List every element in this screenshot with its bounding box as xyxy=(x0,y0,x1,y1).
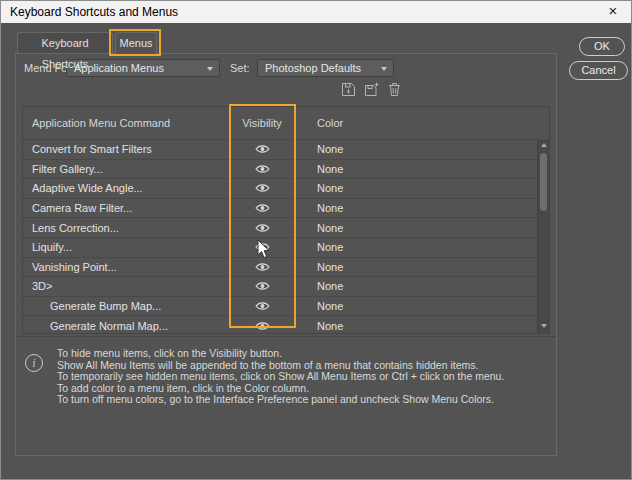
set-select[interactable]: Photoshop Defaults xyxy=(257,59,394,77)
visibility-toggle[interactable] xyxy=(229,183,295,193)
color-value[interactable]: None xyxy=(295,163,537,175)
command-label: Vanishing Point... xyxy=(23,261,229,273)
menu-command-row[interactable]: Generate Bump Map... None xyxy=(23,296,537,316)
chevron-down-icon xyxy=(381,67,387,71)
eye-icon xyxy=(255,223,270,233)
menus-panel: Menu For: Application Menus Set: Photosh… xyxy=(15,53,557,456)
info-line: To turn off menu colors, go to the Inter… xyxy=(57,394,546,406)
info-text: To hide menu items, click on the Visibil… xyxy=(57,348,546,406)
command-label: Liquify... xyxy=(23,241,229,253)
table-header-row: Application Menu Command Visibility Colo… xyxy=(23,107,537,139)
scrollbar-thumb[interactable] xyxy=(540,153,547,211)
menu-command-row[interactable]: Lens Correction... None xyxy=(23,217,537,237)
command-label: Filter Gallery... xyxy=(23,163,229,175)
eye-icon xyxy=(255,183,270,193)
menu-command-row[interactable]: 3D> None xyxy=(23,276,537,296)
visibility-toggle[interactable] xyxy=(229,242,295,252)
menu-command-row[interactable]: Liquify... None xyxy=(23,237,537,257)
close-icon[interactable]: × xyxy=(595,1,631,23)
eye-icon xyxy=(255,301,270,311)
eye-icon xyxy=(255,144,270,154)
vertical-scrollbar[interactable] xyxy=(537,139,549,333)
info-icon: i xyxy=(25,354,43,372)
dialog-title: Keyboard Shortcuts and Menus xyxy=(10,5,178,19)
visibility-toggle[interactable] xyxy=(229,281,295,291)
save-set-as-new-icon[interactable] xyxy=(364,82,379,97)
set-selected-value: Photoshop Defaults xyxy=(265,62,361,74)
command-label: 3D> xyxy=(23,280,229,292)
visibility-toggle[interactable] xyxy=(229,321,295,331)
color-value[interactable]: None xyxy=(295,202,537,214)
visibility-toggle[interactable] xyxy=(229,164,295,174)
cancel-button[interactable]: Cancel xyxy=(569,61,628,80)
eye-icon xyxy=(255,321,270,331)
color-value[interactable]: None xyxy=(295,222,537,234)
color-value[interactable]: None xyxy=(295,320,537,332)
color-value[interactable]: None xyxy=(295,143,537,155)
titlebar: Keyboard Shortcuts and Menus × xyxy=(1,1,631,23)
scroll-down-icon[interactable] xyxy=(538,321,549,332)
column-header-visibility: Visibility xyxy=(229,117,295,129)
column-header-command: Application Menu Command xyxy=(23,117,229,129)
chevron-down-icon xyxy=(207,67,213,71)
color-value[interactable]: None xyxy=(295,280,537,292)
color-value[interactable]: None xyxy=(295,182,537,194)
menu-command-row[interactable]: Convert for Smart Filters None xyxy=(23,139,537,159)
visibility-toggle[interactable] xyxy=(229,203,295,213)
command-label: Generate Bump Map... xyxy=(23,300,229,312)
eye-icon xyxy=(255,281,270,291)
set-label: Set: xyxy=(230,59,250,77)
visibility-toggle[interactable] xyxy=(229,144,295,154)
dialog-body: Keyboard Shortcuts Menus OK Cancel Menu … xyxy=(1,23,631,479)
tab-keyboard-shortcuts[interactable]: Keyboard Shortcuts xyxy=(17,32,113,53)
menu-for-select[interactable]: Application Menus xyxy=(66,59,220,77)
command-label: Adaptive Wide Angle... xyxy=(23,182,229,194)
color-value[interactable]: None xyxy=(295,300,537,312)
eye-icon xyxy=(255,164,270,174)
visibility-toggle[interactable] xyxy=(229,301,295,311)
tab-menus[interactable]: Menus xyxy=(115,32,157,54)
scroll-up-icon[interactable] xyxy=(538,140,549,151)
delete-set-icon[interactable] xyxy=(387,82,402,97)
keyboard-shortcuts-and-menus-dialog: Keyboard Shortcuts and Menus × Keyboard … xyxy=(0,0,632,480)
color-value[interactable]: None xyxy=(295,241,537,253)
command-label: Convert for Smart Filters xyxy=(23,143,229,155)
table-body: Convert for Smart Filters None Filter Ga… xyxy=(23,139,537,333)
ok-button[interactable]: OK xyxy=(579,37,625,56)
visibility-toggle[interactable] xyxy=(229,262,295,272)
info-section: i To hide menu items, click on the Visib… xyxy=(16,336,556,455)
menu-commands-table: Application Menu Command Visibility Colo… xyxy=(22,106,550,334)
eye-icon xyxy=(255,242,270,252)
command-label: Generate Normal Map... xyxy=(23,320,229,332)
command-label: Camera Raw Filter... xyxy=(23,202,229,214)
eye-icon xyxy=(255,203,270,213)
column-header-color: Color xyxy=(295,117,537,129)
visibility-toggle[interactable] xyxy=(229,223,295,233)
command-label: Lens Correction... xyxy=(23,222,229,234)
menu-command-row[interactable]: Generate Normal Map... None xyxy=(23,315,537,335)
set-toolbar xyxy=(341,82,402,97)
color-value[interactable]: None xyxy=(295,261,537,273)
menu-command-row[interactable]: Filter Gallery... None xyxy=(23,159,537,179)
save-set-icon[interactable] xyxy=(341,82,356,97)
menu-command-row[interactable]: Camera Raw Filter... None xyxy=(23,198,537,218)
eye-icon xyxy=(255,262,270,272)
info-line: To hide menu items, click on the Visibil… xyxy=(57,348,546,360)
menu-command-row[interactable]: Vanishing Point... None xyxy=(23,257,537,277)
menu-command-row[interactable]: Adaptive Wide Angle... None xyxy=(23,178,537,198)
